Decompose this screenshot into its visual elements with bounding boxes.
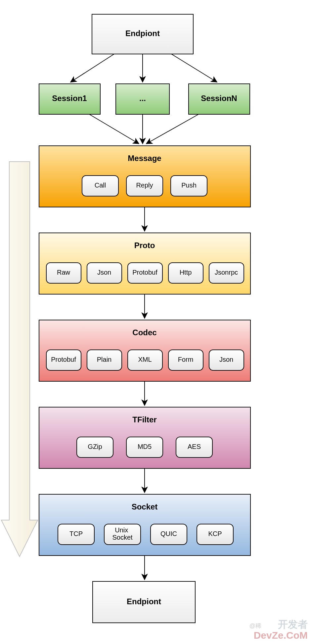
proto-pill-4: Jsonrpc [209,263,244,283]
sessionn-label: SessionN [201,94,237,103]
svg-text:Protobuf: Protobuf [51,356,76,363]
svg-text:Jsonrpc: Jsonrpc [215,269,238,276]
socket-pill-0: TCP [58,524,94,545]
endpoint-bottom-label: Endpiont [127,597,161,606]
svg-text:GZip: GZip [88,443,102,450]
codec-pill-2: XML [128,350,162,370]
proto-title: Proto [134,241,155,250]
svg-text:QUIC: QUIC [160,530,177,537]
svg-text:Http: Http [180,269,192,276]
message-pill-2: Push [171,176,207,196]
tfilter-title: TFilter [132,415,156,424]
proto-pill-2: Protobuf [128,263,162,283]
flow-direction-arrow [1,162,38,557]
message-pill-0: Call [82,176,118,196]
tfilter-pill-2: AES [176,437,212,457]
message-pill-1: Reply [126,176,163,196]
socket-box: Socket TCP Unix Socket QUIC KCP [39,494,250,556]
svg-text:DevZe.CoM: DevZe.CoM [254,630,308,641]
svg-text:Form: Form [178,356,194,363]
svg-text:Plain: Plain [97,356,111,363]
endpoint-top-label: Endpiont [125,29,160,38]
svg-text:MD5: MD5 [138,443,152,450]
tfilter-box: TFilter GZip MD5 AES [39,407,250,468]
svg-text:TCP: TCP [69,530,83,537]
svg-text:Json: Json [97,269,111,276]
svg-text:Push: Push [181,182,197,189]
svg-text:Reply: Reply [136,182,153,189]
proto-pill-3: Http [168,263,203,283]
proto-box: Proto Raw Json Protobuf Http Jsonrpc [39,233,250,294]
session1-box: Session1 [39,84,100,114]
socket-pill-3: KCP [197,524,233,545]
socket-pill-1: Unix Socket [104,524,141,545]
codec-pill-0: Protobuf [46,350,81,370]
session-mid-label: ... [139,94,146,103]
svg-text:Json: Json [219,356,233,363]
proto-pill-1: Json [87,263,122,283]
svg-text:Unix
        Socket: Unix Socket [112,526,133,541]
codec-pill-1: Plain [87,350,122,370]
proto-pill-0: Raw [46,263,81,283]
tfilter-pill-1: MD5 [126,437,163,457]
svg-text:KCP: KCP [208,530,222,537]
message-box: Message Call Reply Push [39,146,250,207]
arrows-endpoint-to-sessions [70,54,217,82]
socket-title: Socket [132,502,158,511]
svg-text:XML: XML [138,356,152,363]
codec-box: Codec Protobuf Plain XML Form Json [39,320,250,381]
codec-pill-3: Form [168,350,203,370]
svg-text:开发者: 开发者 [278,619,308,630]
svg-text:Protobuf: Protobuf [132,269,157,276]
sessionn-box: SessionN [189,84,250,114]
endpoint-top-box: Endpiont [92,14,193,54]
socket-pill-2: QUIC [151,524,187,545]
svg-text:AES: AES [188,443,201,450]
tfilter-pill-0: GZip [77,437,113,457]
watermark: @稀 开发者 DevZe.CoM [249,619,308,641]
session-mid-box: ... [116,84,169,114]
message-title: Message [128,154,161,163]
codec-pill-4: Json [209,350,244,370]
session1-label: Session1 [52,94,87,103]
codec-title: Codec [132,328,156,337]
svg-text:Raw: Raw [57,269,70,276]
endpoint-bottom-box: Endpiont [93,581,195,623]
svg-text:Call: Call [95,182,106,189]
svg-text:@稀: @稀 [249,622,261,629]
arrows-sessions-to-message [89,114,199,144]
